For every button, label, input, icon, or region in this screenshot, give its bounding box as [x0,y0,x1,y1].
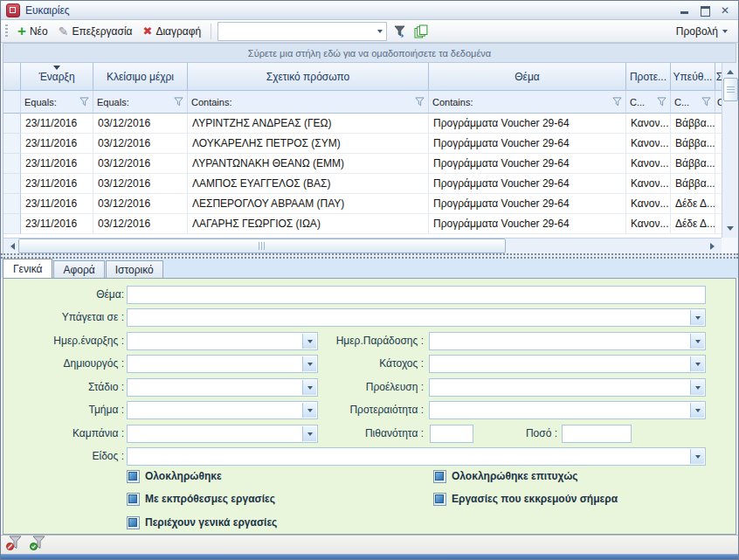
filter-indicator [3,91,21,114]
close-icon[interactable]: ✕ [721,6,729,15]
scroll-left-icon[interactable] [3,239,18,253]
chevron-down-icon[interactable] [690,310,704,325]
copy-pages-icon[interactable] [413,24,429,39]
filter-funnel-icon[interactable] [612,97,622,107]
holder-combo[interactable] [429,355,706,373]
table-row[interactable]: 23/11/2016 03/12/2016 ΛΥΡΙΝΤΖΗΣ ΑΝΔΡΕΑΣ … [3,114,722,134]
toolbar-grip[interactable] [5,24,8,38]
delete-button-label: Διαγραφή [155,25,201,38]
combobox-dropdown-button[interactable] [373,23,386,40]
general-tasks-label: Περιέχουν γενικά εργασίες [145,516,277,529]
creator-combo[interactable] [127,355,318,373]
belongs-to-combo[interactable] [127,308,706,327]
clear-filter-icon[interactable] [6,536,23,554]
header-owner[interactable]: Υπεύθ... [671,63,715,91]
probability-input[interactable] [430,425,473,443]
completed-successfully-checkbox[interactable] [433,470,446,483]
view-button[interactable]: Προβολή [669,22,735,41]
chevron-down-icon[interactable] [302,403,316,418]
stage-combo[interactable] [127,378,318,397]
filter-start[interactable]: Equals: [21,91,93,114]
delete-button[interactable]: ✖ Διαγραφή [138,22,207,41]
row-indicator[interactable] [3,174,21,194]
table-row[interactable]: 23/11/2016 03/12/2016 ΛΥΡΑΝΤΩΝΑΚΗ ΘΕΑΝΩ … [3,154,722,174]
app-window: Ευκαιρίες ✕ + Νέο ✎ Επεξεργασία ✖ Διαγρα… [0,0,739,560]
scroll-right-icon[interactable] [707,239,722,253]
filter-extra[interactable]: C [715,91,722,114]
chevron-down-icon[interactable] [302,426,316,441]
chevron-down-icon[interactable] [302,334,316,349]
filter-funnel-icon[interactable] [79,97,89,107]
kind-combo[interactable] [127,447,706,466]
scroll-down-icon[interactable] [722,223,737,238]
filter-related-person[interactable]: Contains: [188,91,429,114]
header-subject[interactable]: Θέμα [429,63,626,91]
completed-checkbox[interactable] [127,470,140,483]
campaign-combo[interactable] [127,425,318,443]
filter-subject[interactable]: Contains: [429,91,626,114]
horizontal-scrollbar[interactable] [3,238,722,253]
start-date-combo[interactable] [127,332,318,350]
overdue-tasks-checkbox[interactable] [127,493,140,506]
filter-funnel-icon[interactable] [701,97,711,107]
window-controls: ✕ [680,6,733,15]
filter-funnel-icon[interactable] [657,97,666,107]
filter-funnel-icon[interactable] [415,97,425,107]
subject-input[interactable] [127,286,706,304]
apply-filter-icon[interactable] [30,536,46,554]
pending-today-checkbox[interactable] [433,493,446,506]
edit-button[interactable]: ✎ Επεξεργασία [53,22,138,41]
vertical-scrollbar[interactable] [722,63,737,238]
scroll-up-icon[interactable] [722,63,737,78]
maximize-icon[interactable] [701,6,710,15]
new-button[interactable]: + Νέο [12,22,53,41]
chevron-down-icon[interactable] [690,356,704,371]
general-tasks-checkbox[interactable] [127,516,140,529]
filter-owner[interactable]: C... [671,91,715,114]
row-indicator[interactable] [3,134,21,154]
tab-general[interactable]: Γενικά [3,259,52,278]
table-row[interactable]: 23/11/2016 03/12/2016 ΛΑΓΑΡΗΣ ΓΕΩΡΓΙΟΣ (… [3,214,722,234]
window-title: Ευκαιρίες [25,4,70,17]
department-combo[interactable] [127,401,318,419]
row-indicator[interactable] [3,214,21,234]
toolbar-combobox[interactable] [218,22,387,41]
table-row[interactable]: 23/11/2016 03/12/2016 ΛΟΥΚΑΡΕΛΗΣ ΠΕΤΡΟΣ … [3,134,722,154]
group-by-bar[interactable]: Σύρετε μια στήλη εδώ για να ομαδοποιήσετ… [3,44,736,63]
chevron-down-icon[interactable] [690,380,704,395]
header-start[interactable]: Έναρξη [21,63,93,91]
row-indicator[interactable] [3,194,21,214]
header-related-person[interactable]: Σχετικό πρόσωπο [188,63,429,91]
table-row[interactable]: 23/11/2016 03/12/2016 ΛΑΜΠΟΣ ΕΥΑΓΓΕΛΟΣ (… [3,174,722,194]
horizontal-scrollbar-thumb[interactable] [18,239,506,253]
toolbar: + Νέο ✎ Επεξεργασία ✖ Διαγραφή [1,20,738,43]
delivery-date-combo[interactable] [429,332,706,350]
row-indicator[interactable] [3,114,21,134]
row-indicator[interactable] [3,154,21,174]
chevron-down-icon[interactable] [690,449,704,464]
origin-combo[interactable] [429,378,706,397]
chevron-down-icon[interactable] [302,380,316,395]
department-label: Τμήμα : [9,401,124,419]
title-bar[interactable]: Ευκαιρίες ✕ [1,1,738,20]
chevron-down-icon[interactable] [690,334,704,349]
tab-history[interactable]: Ιστορικό [106,260,163,278]
header-priority[interactable]: Προτε... [626,63,671,91]
filter-close-until[interactable]: Equals: [93,91,188,114]
vertical-scrollbar-thumb[interactable] [723,78,738,101]
app-icon [6,3,20,17]
tab-concerns[interactable]: Αφορά [53,260,104,278]
filter-funnel-icon[interactable] [174,97,183,107]
table-row[interactable]: 23/11/2016 03/12/2016 ΛΕΣΠΕΡΟΓΛΟΥ ΑΒΡΑΑΜ… [3,194,722,214]
header-extra[interactable]: Σ [715,63,722,91]
minimize-icon[interactable] [680,6,690,15]
amount-input[interactable] [562,425,632,443]
header-close-until[interactable]: Κλείσιμο μέχρι [93,63,188,91]
belongs-to-label: Υπάγεται σε : [9,308,124,327]
filter-priority[interactable]: C... [626,91,671,114]
edit-button-label: Επεξεργασία [72,25,132,38]
chevron-down-icon[interactable] [302,356,316,371]
edit-filter-icon[interactable] [392,24,408,39]
chevron-down-icon[interactable] [690,403,704,418]
priority-combo[interactable] [429,401,706,419]
